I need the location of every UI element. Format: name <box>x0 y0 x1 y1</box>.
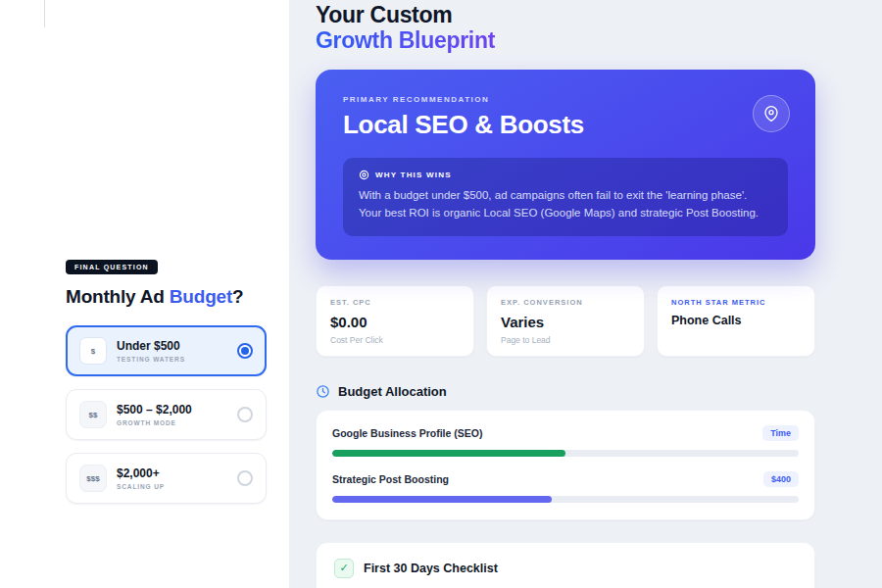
stat-card-north-star: NORTH STAR METRIC Phone Calls <box>657 285 815 357</box>
option-text: $2,000+ SCALING UP <box>117 466 227 490</box>
checklist-title: First 30 Days Checklist <box>364 562 498 575</box>
stat-card-est-cpc: EST. CPC $0.00 Cost Per Click <box>316 285 474 357</box>
decorative-line <box>44 0 45 27</box>
option-text: Under $500 TESTING WATERS <box>117 339 227 363</box>
radio-selected[interactable] <box>237 343 253 359</box>
allocation-row-top: Google Business Profile (SEO) Time <box>332 425 799 441</box>
stat-value: $0.00 <box>330 314 460 330</box>
budget-options: $ Under $500 TESTING WATERS $$ $500 – $2… <box>66 325 267 504</box>
stat-label: EST. CPC <box>330 298 460 307</box>
app: FINAL QUESTION Monthly Ad Budget? $ Unde… <box>0 0 882 588</box>
progress-fill-seo <box>332 450 565 457</box>
option-text: $500 – $2,000 GROWTH MODE <box>117 403 227 426</box>
main-content: Your CustomGrowth Blueprint PRIMARY RECO… <box>316 2 815 588</box>
checklist-icon: ✓ <box>334 559 354 578</box>
allocation-row-boosting: Strategic Post Boosting $400 <box>332 471 799 503</box>
option-500-2000[interactable]: $$ $500 – $2,000 GROWTH MODE <box>66 389 267 440</box>
option-label: Under $500 <box>117 339 227 353</box>
dollar-icon: $$ <box>79 401 107 428</box>
option-label: $500 – $2,000 <box>117 403 227 416</box>
why-this-wins-panel: WHY THIS WINS With a budget under $500, … <box>343 158 788 236</box>
why-head: WHY THIS WINS <box>359 170 772 180</box>
question-highlight: Budget <box>170 286 232 307</box>
option-2000-plus[interactable]: $$$ $2,000+ SCALING UP <box>66 453 267 504</box>
dollar-icon: $ <box>79 337 107 365</box>
budget-allocation-header: Budget Allocation <box>316 384 815 399</box>
checklist-header: ✓ First 30 Days Checklist <box>334 559 797 578</box>
why-text: With a budget under $500, ad campaigns o… <box>359 187 772 222</box>
budget-allocation-title: Budget Allocation <box>338 384 447 399</box>
target-icon <box>359 170 369 180</box>
final-question-section: FINAL QUESTION Monthly Ad Budget? $ Unde… <box>66 256 267 504</box>
allocation-row-top: Strategic Post Boosting $400 <box>332 471 799 487</box>
progress-fill-boosting <box>332 496 552 503</box>
allocation-label: Strategic Post Boosting <box>332 473 449 485</box>
stat-sublabel: Page to Lead <box>501 335 630 345</box>
recommendation-card: PRIMARY RECOMMENDATION Local SEO & Boost… <box>316 70 815 260</box>
page-title-line2: Growth Blueprint <box>316 27 495 53</box>
final-question-badge: FINAL QUESTION <box>66 260 158 274</box>
option-label: $2,000+ <box>117 466 227 480</box>
main-panel: Your CustomGrowth Blueprint PRIMARY RECO… <box>289 0 882 588</box>
page-title: Your CustomGrowth Blueprint <box>316 2 815 54</box>
question-heading: Monthly Ad Budget? <box>66 286 267 308</box>
recommendation-eyebrow: PRIMARY RECOMMENDATION <box>343 95 788 104</box>
option-sublabel: GROWTH MODE <box>117 419 227 426</box>
stat-sublabel: Cost Per Click <box>330 335 460 345</box>
option-sublabel: TESTING WATERS <box>117 356 227 363</box>
radio-unselected[interactable] <box>237 470 253 486</box>
progress-track <box>332 450 799 457</box>
dollar-icon: $$$ <box>79 465 107 492</box>
question-prefix: Monthly Ad <box>66 286 170 307</box>
clock-icon <box>316 384 330 399</box>
stat-card-exp-conversion: EXP. CONVERSION Varies Page to Lead <box>486 285 645 357</box>
stat-label: NORTH STAR METRIC <box>671 298 801 307</box>
progress-track <box>332 496 799 503</box>
allocation-row-seo: Google Business Profile (SEO) Time <box>332 425 799 457</box>
page-title-line1: Your Custom <box>316 2 452 27</box>
stat-cards: EST. CPC $0.00 Cost Per Click EXP. CONVE… <box>316 285 815 357</box>
option-under-500[interactable]: $ Under $500 TESTING WATERS <box>66 325 267 376</box>
budget-allocation-card: Google Business Profile (SEO) Time Strat… <box>316 410 815 520</box>
recommendation-title: Local SEO & Boosts <box>343 110 788 140</box>
allocation-label: Google Business Profile (SEO) <box>332 427 482 439</box>
stat-value: Varies <box>501 314 630 330</box>
radio-unselected[interactable] <box>237 407 253 422</box>
time-badge: Time <box>762 425 799 441</box>
location-pin-icon <box>753 95 790 132</box>
why-label: WHY THIS WINS <box>375 171 452 179</box>
stat-label: EXP. CONVERSION <box>501 298 630 307</box>
amount-badge: $400 <box>763 471 799 487</box>
question-suffix: ? <box>232 286 243 307</box>
option-sublabel: SCALING UP <box>117 483 227 490</box>
stat-value: Phone Calls <box>671 314 801 327</box>
checklist-card: ✓ First 30 Days Checklist ✓ Claim Google… <box>316 542 815 588</box>
sidebar: FINAL QUESTION Monthly Ad Budget? $ Unde… <box>0 0 289 588</box>
